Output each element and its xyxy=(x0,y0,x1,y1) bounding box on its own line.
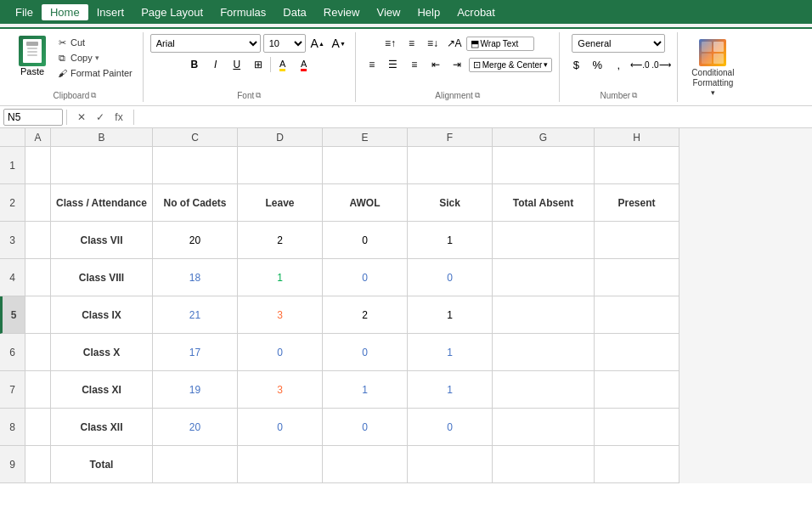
cancel-formula-icon[interactable]: ✕ xyxy=(74,110,89,125)
copy-button[interactable]: ⧉ Copy ▾ xyxy=(53,51,136,65)
cell-6-F[interactable]: 1 xyxy=(408,334,493,371)
col-header-c[interactable]: C xyxy=(153,128,238,147)
currency-button[interactable]: $ xyxy=(567,55,585,74)
increase-font-button[interactable]: A▲ xyxy=(308,34,327,53)
row-header-5[interactable]: 5 xyxy=(0,296,25,334)
cell-3-A[interactable] xyxy=(25,222,51,259)
cell-9-A[interactable] xyxy=(25,446,51,483)
col-header-g[interactable]: G xyxy=(493,128,595,147)
cell-2-B[interactable]: Class / Attendance xyxy=(51,184,153,222)
cell-reference-box[interactable]: N5 xyxy=(3,109,63,126)
font-name-select[interactable]: Arial xyxy=(150,34,261,53)
cell-1-A[interactable] xyxy=(25,147,51,184)
text-direction-button[interactable]: ↗A xyxy=(445,34,464,53)
row-header-6[interactable]: 6 xyxy=(0,334,25,371)
wrap-text-button[interactable]: ⬒ Wrap Text xyxy=(466,37,534,51)
cell-3-H[interactable] xyxy=(595,222,679,259)
cell-4-C[interactable]: 18 xyxy=(153,259,238,296)
cell-5-F[interactable]: 1 xyxy=(408,296,493,334)
menu-view[interactable]: View xyxy=(368,4,409,20)
align-bottom-button[interactable]: ≡↓ xyxy=(424,34,443,53)
cell-7-D[interactable]: 3 xyxy=(238,371,323,409)
cell-8-G[interactable] xyxy=(493,409,595,446)
cell-4-G[interactable] xyxy=(493,259,595,296)
conditional-format-button[interactable]: ConditionalFormatting ▾ xyxy=(685,34,741,100)
cell-1-G[interactable] xyxy=(493,147,595,184)
align-center-button[interactable]: ☰ xyxy=(384,55,403,74)
increase-indent-button[interactable]: ⇥ xyxy=(448,55,466,74)
cell-8-A[interactable] xyxy=(25,409,51,446)
menu-page-layout[interactable]: Page Layout xyxy=(133,4,211,20)
cut-button[interactable]: ✂ Cut xyxy=(53,36,136,49)
number-expand-icon[interactable]: ⧉ xyxy=(632,91,637,100)
row-header-7[interactable]: 7 xyxy=(0,371,25,409)
decrease-indent-button[interactable]: ⇤ xyxy=(426,55,445,74)
cell-8-D[interactable]: 0 xyxy=(238,409,323,446)
cell-7-A[interactable] xyxy=(25,371,51,409)
cell-4-F[interactable]: 0 xyxy=(408,259,493,296)
cell-7-G[interactable] xyxy=(493,371,595,409)
cell-8-C[interactable]: 20 xyxy=(153,409,238,446)
decrease-decimal-button[interactable]: ⟵.0 xyxy=(630,55,649,74)
cell-9-G[interactable] xyxy=(493,446,595,483)
cell-6-D[interactable]: 0 xyxy=(238,334,323,371)
cell-4-H[interactable] xyxy=(595,259,679,296)
cell-5-H[interactable] xyxy=(595,296,679,334)
cell-2-E[interactable]: AWOL xyxy=(323,184,408,222)
cell-6-C[interactable]: 17 xyxy=(153,334,238,371)
col-header-f[interactable]: F xyxy=(408,128,493,147)
align-right-button[interactable]: ≡ xyxy=(405,55,424,74)
cell-1-D[interactable] xyxy=(238,147,323,184)
cell-8-E[interactable]: 0 xyxy=(323,409,408,446)
decrease-font-button[interactable]: A▼ xyxy=(330,34,348,53)
cell-6-E[interactable]: 0 xyxy=(323,334,408,371)
italic-button[interactable]: I xyxy=(206,55,225,74)
cell-8-F[interactable]: 0 xyxy=(408,409,493,446)
increase-decimal-button[interactable]: .0⟶ xyxy=(651,55,670,74)
cell-3-F[interactable]: 1 xyxy=(408,222,493,259)
row-header-1[interactable]: 1 xyxy=(0,147,25,184)
cell-3-D[interactable]: 2 xyxy=(238,222,323,259)
cell-5-C[interactable]: 21 xyxy=(153,296,238,334)
cell-1-H[interactable] xyxy=(595,147,679,184)
underline-button[interactable]: U xyxy=(228,55,246,74)
cell-5-A[interactable] xyxy=(25,296,51,334)
paste-button[interactable]: Paste xyxy=(14,34,51,78)
menu-formulas[interactable]: Formulas xyxy=(211,4,274,20)
col-header-d[interactable]: D xyxy=(238,128,323,147)
cell-2-C[interactable]: No of Cadets xyxy=(153,184,238,222)
formula-input[interactable] xyxy=(138,111,809,123)
row-header-3[interactable]: 3 xyxy=(0,222,25,259)
cell-4-E[interactable]: 0 xyxy=(323,259,408,296)
row-header-2[interactable]: 2 xyxy=(0,184,25,222)
confirm-formula-icon[interactable]: ✓ xyxy=(93,110,108,125)
border-button[interactable]: ⊞ xyxy=(249,55,268,74)
menu-insert[interactable]: Insert xyxy=(88,4,133,20)
cell-9-D[interactable] xyxy=(238,446,323,483)
comma-button[interactable]: , xyxy=(609,55,628,74)
format-painter-button[interactable]: 🖌 Format Painter xyxy=(53,66,136,80)
bold-button[interactable]: B xyxy=(185,55,204,74)
menu-home[interactable]: Home xyxy=(42,4,88,20)
align-middle-button[interactable]: ≡ xyxy=(403,34,421,53)
cell-5-E[interactable]: 2 xyxy=(323,296,408,334)
cell-7-E[interactable]: 1 xyxy=(323,371,408,409)
row-header-8[interactable]: 8 xyxy=(0,409,25,446)
cell-3-G[interactable] xyxy=(493,222,595,259)
cell-9-F[interactable] xyxy=(408,446,493,483)
cell-5-B[interactable]: Class IX xyxy=(51,296,153,334)
cell-2-A[interactable] xyxy=(25,184,51,222)
align-left-button[interactable]: ≡ xyxy=(363,55,381,74)
cell-9-C[interactable] xyxy=(153,446,238,483)
cell-9-E[interactable] xyxy=(323,446,408,483)
cell-6-H[interactable] xyxy=(595,334,679,371)
cell-7-C[interactable]: 19 xyxy=(153,371,238,409)
cell-2-D[interactable]: Leave xyxy=(238,184,323,222)
font-size-select[interactable]: 10 xyxy=(263,34,306,53)
cell-9-H[interactable] xyxy=(595,446,679,483)
percent-button[interactable]: % xyxy=(588,55,606,74)
font-color-button[interactable]: A xyxy=(295,55,313,74)
menu-acrobat[interactable]: Acrobat xyxy=(448,4,504,20)
cell-4-D[interactable]: 1 xyxy=(238,259,323,296)
number-format-select[interactable]: General xyxy=(572,34,665,53)
